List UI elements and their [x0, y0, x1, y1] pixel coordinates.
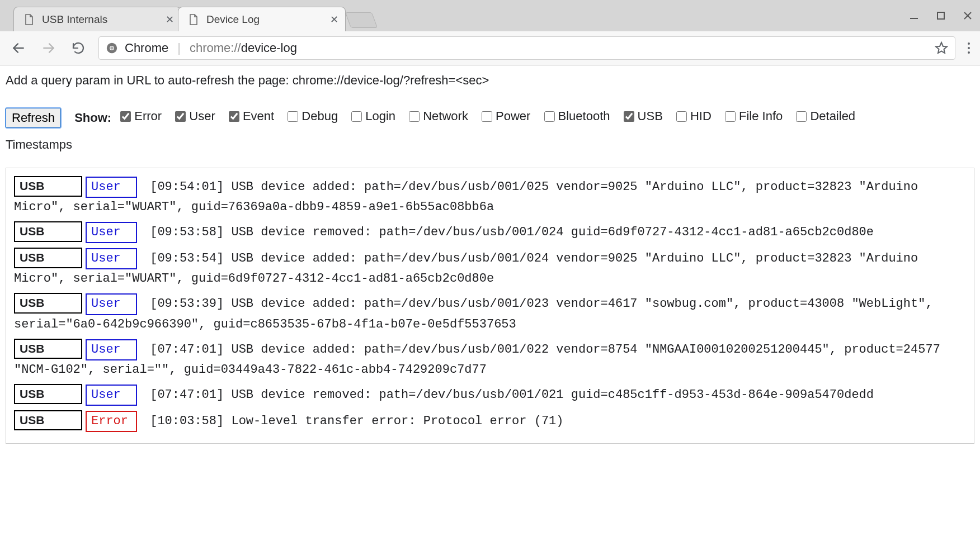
filter-file-info[interactable]: File Info	[723, 103, 783, 129]
filter-user[interactable]: User	[173, 103, 215, 129]
toolbar: Chrome | chrome://device-log	[0, 31, 980, 65]
log-level-badge: User	[86, 339, 137, 360]
log-type-badge: USB	[14, 293, 82, 314]
log-type-badge: USB	[14, 384, 82, 405]
tab-strip: USB Internals ✕ Device Log ✕	[0, 0, 980, 31]
page-content: Add a query param in URL to auto-refresh…	[0, 65, 980, 455]
back-button[interactable]	[9, 39, 28, 58]
svg-point-12	[968, 51, 970, 54]
log-entry: USBUser [09:53:54] USB device added: pat…	[14, 248, 966, 288]
close-icon[interactable]: ✕	[330, 15, 338, 25]
controls-row: Refresh Show: Error User Event Debug Log…	[6, 111, 974, 158]
url-text: chrome://device-log	[190, 41, 297, 55]
filter-checkbox[interactable]	[725, 111, 736, 122]
bookmark-star-icon[interactable]	[935, 41, 948, 55]
filter-checkbox[interactable]	[120, 111, 131, 122]
filter-detailed[interactable]: Detailed	[794, 103, 855, 129]
filter-checkbox[interactable]	[351, 111, 362, 122]
log-type-badge: USB	[14, 221, 82, 242]
url-origin-label: Chrome	[125, 41, 168, 55]
log-level-badge: User	[86, 248, 137, 269]
file-icon	[24, 14, 34, 25]
svg-marker-9	[936, 42, 947, 53]
filter-network[interactable]: Network	[407, 103, 468, 129]
filter-checkbox[interactable]	[482, 111, 492, 122]
filter-hid[interactable]: HID	[674, 103, 712, 129]
filter-event[interactable]: Event	[227, 103, 274, 129]
new-tab-button[interactable]	[345, 12, 378, 28]
maximize-icon[interactable]	[935, 10, 946, 21]
browser-chrome: USB Internals ✕ Device Log ✕	[0, 0, 980, 65]
show-label: Show:	[74, 111, 111, 125]
url-separator: |	[175, 41, 183, 55]
log-level-badge: User	[86, 293, 137, 315]
filter-checkbox[interactable]	[796, 111, 807, 122]
auto-refresh-hint: Add a query param in URL to auto-refresh…	[6, 73, 974, 88]
filter-checkbox[interactable]	[409, 111, 420, 122]
filter-label: Error	[134, 103, 162, 129]
filter-usb[interactable]: USB	[621, 103, 663, 129]
filter-label: Power	[496, 103, 530, 129]
filter-label: User	[189, 103, 215, 129]
tab-title: USB Internals	[42, 13, 107, 26]
kebab-menu-icon[interactable]	[967, 41, 971, 55]
log-entry: USBError [10:03:58] Low-level transfer e…	[14, 410, 966, 432]
log-type-badge: USB	[14, 339, 82, 359]
tab-title: Device Log	[206, 13, 260, 26]
filter-login[interactable]: Login	[349, 103, 395, 129]
log-entry: USBUser [07:47:01] USB device added: pat…	[14, 339, 966, 379]
filter-label: USB	[638, 103, 663, 129]
filter-checkbox[interactable]	[229, 111, 239, 122]
svg-point-8	[110, 46, 114, 50]
log-entry: USBUser [09:54:01] USB device added: pat…	[14, 176, 966, 217]
filter-label: Debug	[301, 103, 338, 129]
file-icon	[189, 14, 199, 25]
log-type-badge: USB	[14, 248, 82, 268]
log-text: [09:54:01] USB device added: path=/dev/b…	[14, 180, 918, 214]
refresh-button[interactable]: Refresh	[6, 108, 61, 128]
chrome-icon	[106, 42, 118, 54]
filter-power[interactable]: Power	[479, 103, 530, 129]
log-level-badge: Error	[86, 411, 137, 432]
filter-checkbox[interactable]	[288, 111, 298, 122]
filter-label: Login	[365, 103, 395, 129]
close-window-icon[interactable]	[962, 10, 973, 21]
filter-label: Bluetooth	[558, 103, 610, 129]
filter-bluetooth[interactable]: Bluetooth	[542, 103, 610, 129]
filter-label: HID	[690, 103, 712, 129]
tab-device-log[interactable]: Device Log ✕	[178, 7, 346, 31]
filter-label: Detailed	[810, 103, 855, 129]
detailed-timestamps-label: Timestamps	[6, 132, 974, 158]
log-level-badge: User	[86, 177, 137, 198]
log-entry: USBUser [07:47:01] USB device removed: p…	[14, 384, 966, 406]
filter-checkbox[interactable]	[175, 111, 186, 122]
forward-button[interactable]	[39, 39, 58, 58]
filter-checkbox[interactable]	[676, 111, 687, 122]
filter-label: Event	[243, 103, 274, 129]
log-output: USBUser [09:54:01] USB device added: pat…	[6, 168, 974, 444]
log-text: [09:53:39] USB device added: path=/dev/b…	[14, 297, 933, 331]
filter-label: Network	[423, 103, 468, 129]
filter-checkbox[interactable]	[624, 111, 634, 122]
log-type-badge: USB	[14, 176, 82, 197]
log-type-badge: USB	[14, 410, 82, 431]
log-entry: USBUser [09:53:58] USB device removed: p…	[14, 221, 966, 243]
log-level-badge: User	[86, 222, 137, 243]
filter-checkbox[interactable]	[544, 111, 555, 122]
address-bar[interactable]: Chrome | chrome://device-log	[98, 36, 955, 60]
svg-point-10	[968, 42, 970, 45]
reload-button[interactable]	[69, 39, 87, 57]
filter-label: File Info	[739, 103, 783, 129]
svg-point-11	[968, 47, 970, 49]
log-text: [09:53:54] USB device added: path=/dev/b…	[14, 251, 918, 286]
filter-error[interactable]: Error	[118, 103, 162, 129]
minimize-icon[interactable]	[908, 10, 920, 21]
log-text: [09:53:58] USB device removed: path=/dev…	[143, 225, 874, 239]
window-controls	[908, 10, 973, 21]
tab-usb-internals[interactable]: USB Internals ✕	[13, 7, 181, 31]
close-icon[interactable]: ✕	[166, 15, 174, 25]
log-level-badge: User	[86, 385, 137, 406]
log-text: [10:03:58] Low-level transfer error: Pro…	[143, 414, 564, 428]
svg-rect-1	[937, 12, 944, 19]
filter-debug[interactable]: Debug	[285, 103, 338, 129]
